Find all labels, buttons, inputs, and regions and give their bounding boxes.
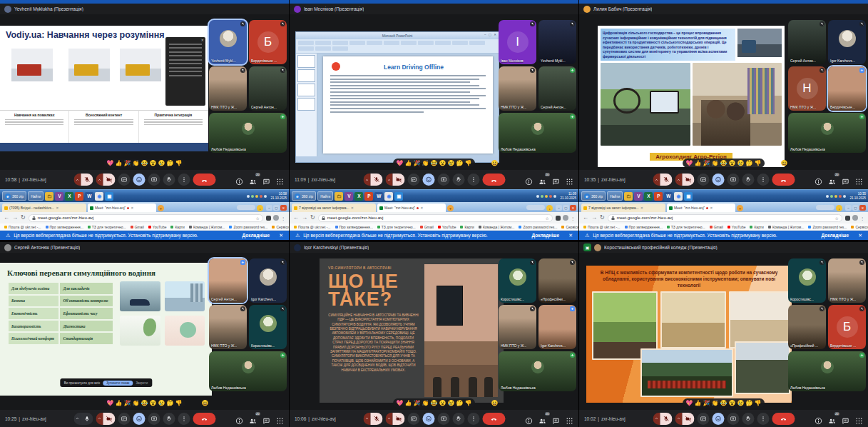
viber-icon[interactable]: V xyxy=(634,192,643,201)
tab-close-icon[interactable]: ✕ xyxy=(131,206,133,210)
learn-more-link[interactable]: Докладніше xyxy=(821,233,849,238)
reaction-emoji[interactable]: 🎉 xyxy=(124,401,131,406)
more-options-button[interactable] xyxy=(757,174,769,186)
leave-call-button[interactable] xyxy=(772,174,795,186)
bookmark-star-icon[interactable]: ☆ xyxy=(835,216,839,221)
reaction-emoji[interactable]: 💖 xyxy=(107,401,114,406)
participant-tile[interactable]: ББердичівське ... xyxy=(828,305,866,349)
reaction-emoji[interactable]: 😮 xyxy=(149,401,156,406)
address-bar[interactable]: meet.google.com/zxr-hieu-avj ☆ xyxy=(608,214,842,222)
reaction-emoji[interactable]: 👏 xyxy=(712,401,719,406)
mic-button[interactable] xyxy=(653,174,672,186)
bookmark-star-icon[interactable]: ☆ xyxy=(256,216,260,221)
mic-options-chevron-icon[interactable] xyxy=(73,174,81,186)
download-indicator-icon[interactable]: ↓ xyxy=(546,205,553,211)
reaction-emoji[interactable]: 🤔 xyxy=(745,401,752,406)
bookmark-item[interactable]: Команда | Житом... xyxy=(768,225,804,229)
bookmark-item[interactable]: Zoom password res... xyxy=(229,225,267,229)
reaction-emoji[interactable]: 😮 xyxy=(728,161,735,166)
browser-tab-docs[interactable]: 7 відповіді на запит інформа... ✕ xyxy=(292,204,376,212)
mic-options-chevron-icon[interactable] xyxy=(73,413,81,425)
participant-tile[interactable]: Yevhenii Mykl... xyxy=(538,20,576,64)
address-bar[interactable]: meet.google.com/zxr-hieu-avj ☆ xyxy=(318,214,553,222)
taskbar-app-button[interactable]: e360 zip xyxy=(292,191,316,201)
chrome-icon[interactable]: ◉ xyxy=(674,192,683,201)
reaction-emoji[interactable]: 😢 xyxy=(737,161,744,166)
reaction-emoji[interactable]: 😂 xyxy=(720,401,727,406)
reaction-emoji[interactable]: 👎 xyxy=(754,161,761,166)
participant-tile[interactable]: Igor Karchevs... xyxy=(249,258,287,303)
close-icon[interactable]: ✕ xyxy=(201,38,204,42)
participant-tile[interactable]: НМК ПТО у Ж... xyxy=(499,66,536,111)
reaction-emoji[interactable]: 😢 xyxy=(447,401,454,406)
browser-menu-icon[interactable]: ⋮ xyxy=(860,216,864,221)
leave-call-button[interactable] xyxy=(193,174,215,186)
info-button[interactable] xyxy=(235,176,243,184)
chat-button[interactable] xyxy=(842,415,849,423)
reload-icon[interactable]: ↻ xyxy=(600,215,605,221)
bookmark-item[interactable]: Команда | Житом... xyxy=(479,225,514,229)
taskbar-search-button[interactable]: Найти xyxy=(317,191,333,201)
browser-tab-meet[interactable]: Meet: "zxr-hieu-avj" ✕ xyxy=(667,204,735,212)
tray-icon[interactable] xyxy=(826,195,829,198)
leave-call-button[interactable] xyxy=(482,413,505,425)
raise-hand-button[interactable] xyxy=(452,413,464,425)
banner-close-icon[interactable]: ✕ xyxy=(858,233,862,238)
browser-tab-docs[interactable]: 7 відповіді на запит інформа... ✕ xyxy=(581,204,665,212)
mic-button[interactable] xyxy=(653,413,672,425)
reaction-emoji[interactable]: 💖 xyxy=(686,161,693,166)
tab-close-icon[interactable]: ✕ xyxy=(710,206,713,210)
reaction-emoji[interactable]: 👏 xyxy=(422,401,429,406)
mic-button[interactable] xyxy=(363,174,382,186)
profile-avatar[interactable] xyxy=(563,215,568,221)
participant-tile[interactable]: IІван Мєсніков xyxy=(499,20,536,64)
camera-button[interactable] xyxy=(96,174,115,186)
people-button[interactable]: 20 xyxy=(249,415,257,423)
meet-icon[interactable]: ▣ xyxy=(394,192,403,201)
participant-tile[interactable]: НМК ПТО у Ж... xyxy=(499,305,536,349)
info-button[interactable] xyxy=(235,415,243,423)
reaction-emoji[interactable]: 👍 xyxy=(405,161,412,166)
tray-icon[interactable] xyxy=(247,195,250,198)
reaction-emoji[interactable]: 😢 xyxy=(158,401,165,406)
camera-options-chevron-icon[interactable] xyxy=(385,413,392,425)
activities-button[interactable] xyxy=(276,176,284,184)
participant-tile[interactable]: «Професійний ... xyxy=(788,305,826,349)
folder-icon[interactable]: 🗀 xyxy=(624,192,633,201)
leave-call-button[interactable] xyxy=(772,413,795,425)
reaction-emoji[interactable]: 👍 xyxy=(405,401,412,406)
extension-icon[interactable] xyxy=(266,216,271,221)
camera-options-chevron-icon[interactable] xyxy=(675,413,682,425)
tray-icon[interactable] xyxy=(834,195,837,198)
bookmark-item[interactable]: Zoom password res... xyxy=(808,225,847,229)
more-options-button[interactable] xyxy=(467,413,479,425)
reaction-emoji[interactable]: 💖 xyxy=(397,161,404,166)
stop-presenting-button[interactable]: Зупинити показ xyxy=(103,381,133,386)
reaction-emoji[interactable]: 💖 xyxy=(107,161,114,166)
reaction-emoji[interactable]: 🤔 xyxy=(456,161,463,166)
bookmark-star-icon[interactable]: ☆ xyxy=(546,216,549,221)
taskbar-clock[interactable]: 10:3521.10.2025 xyxy=(849,192,866,200)
minimize-button[interactable]: – xyxy=(556,205,562,211)
tab-close-icon[interactable]: ✕ xyxy=(56,206,58,210)
present-button[interactable] xyxy=(727,413,739,425)
mic-options-chevron-icon[interactable] xyxy=(363,413,370,425)
people-button[interactable]: 20 xyxy=(249,176,257,184)
reaction-emoji[interactable]: 🎉 xyxy=(414,401,421,406)
chat-button[interactable] xyxy=(262,176,270,184)
participant-tile[interactable]: Любов Недашківська xyxy=(209,113,287,153)
reaction-emoji[interactable]: 🤔 xyxy=(166,401,173,406)
taskbar-clock[interactable]: 11:0921.10.2025 xyxy=(560,192,576,200)
new-tab-button[interactable]: + xyxy=(158,205,164,211)
info-button[interactable] xyxy=(525,176,533,184)
mic-options-chevron-icon[interactable] xyxy=(653,174,660,186)
bookmark-item[interactable]: Gmail xyxy=(131,225,144,229)
captions-button[interactable] xyxy=(697,174,709,186)
reaction-emoji[interactable]: 😢 xyxy=(158,161,165,166)
camera-button[interactable] xyxy=(385,174,404,186)
new-tab-button[interactable]: + xyxy=(447,205,454,211)
bookmark-item[interactable]: ТЗ для теоретично... xyxy=(667,225,705,229)
reaction-emoji[interactable]: 👎 xyxy=(754,401,761,406)
participant-tile[interactable]: Коростишівс... xyxy=(499,258,536,303)
excel-icon[interactable]: X xyxy=(354,192,363,201)
